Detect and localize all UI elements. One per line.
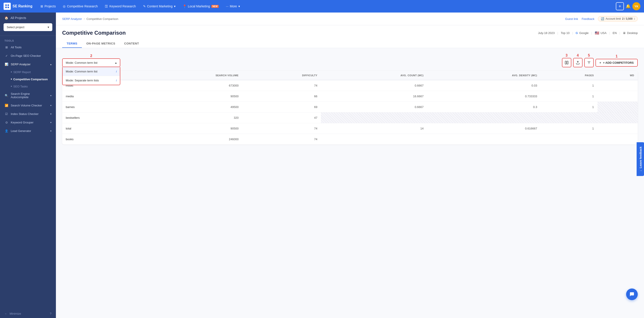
check-icon: ✓ <box>4 54 8 58</box>
account-icon: 🔄 <box>601 17 604 20</box>
sidebar-all-projects[interactable]: 🏠 All Projects <box>0 12 56 23</box>
main-content: SERP Analyzer › Competitive Comparison G… <box>56 12 644 318</box>
export-badge-number: 4 <box>577 54 579 58</box>
breadcrumb-parent[interactable]: SERP Analyzer <box>62 17 82 20</box>
sidebar-divider-1 <box>0 36 56 36</box>
add-button[interactable]: + <box>616 2 624 10</box>
chevron-down-icon-grouper: ▾ <box>50 121 52 124</box>
project-selector[interactable]: Select project ▾ <box>4 23 52 31</box>
meta-language: EN <box>613 31 617 35</box>
filter-button[interactable] <box>584 58 594 67</box>
breadcrumb-current: Competitive Comparison <box>86 17 118 20</box>
col-search-volume: SEARCH VOLUME <box>136 71 242 80</box>
bar-chart-icon: 📊 <box>4 62 8 66</box>
columns-badge-number: 3 <box>566 54 568 58</box>
add-badge-number: 1 <box>616 54 618 58</box>
brand-name: SE Ranking <box>12 4 32 8</box>
leave-feedback-tab[interactable]: ↓ Leave feedback <box>636 142 644 176</box>
chevron-up-icon-mode: ▴ <box>115 61 117 64</box>
sidebar: 🏠 All Projects Select project ▾ TOOLS ⊞ … <box>0 12 56 318</box>
sidebar-subitem-competitive-comparison[interactable]: Competitive Comparison <box>11 76 56 83</box>
table-row: books24600074 <box>62 134 638 145</box>
filter-badge-number: 5 <box>588 54 590 58</box>
new-badge: NEW <box>211 5 219 8</box>
table-row: total9050074140.6166671 <box>62 123 638 134</box>
table-row: media905006616.66670.7333331 <box>62 91 638 102</box>
table-row: bestsellers32047 <box>62 112 638 123</box>
search-icon: 🔍 <box>4 94 8 98</box>
help-icon[interactable]: ? <box>50 312 52 315</box>
account-limit-label: Account limit <box>606 17 621 20</box>
research-icon: ◎ <box>63 4 66 8</box>
home-icon: 🏠 <box>4 16 8 20</box>
add-competitors-button[interactable]: + + ADD COMPETITORS <box>596 59 638 67</box>
minimize-icon: ← <box>4 312 8 315</box>
chat-button[interactable] <box>626 288 638 300</box>
top-navigation: SE Ranking ⊞ Projects ◎ Competitive Rese… <box>0 0 644 12</box>
plus-icon-add: + <box>600 61 601 64</box>
key-icon: ⚿ <box>105 4 108 8</box>
volume-icon: 📶 <box>4 103 8 107</box>
sidebar-subitem-seo-tasks[interactable]: SEO Tasks <box>11 83 56 90</box>
mode-dropdown-button[interactable]: Mode: Common term list ▴ <box>62 58 120 67</box>
sidebar-item-on-page-seo[interactable]: ✓ On-Page SEO Checker <box>0 52 56 60</box>
filter-btn-wrapper: 5 <box>584 54 594 67</box>
chevron-down-icon-lead: ▾ <box>50 130 52 132</box>
svg-rect-3 <box>8 7 9 8</box>
export-button[interactable] <box>573 58 582 67</box>
grid-icon: ⊞ <box>4 45 8 49</box>
tab-terms[interactable]: TERMS <box>62 40 82 48</box>
nav-competitive-research[interactable]: ◎ Competitive Research <box>60 3 100 10</box>
feedback-icon: ↓ <box>639 170 642 172</box>
chevron-down-icon: ▾ <box>174 4 176 8</box>
content-tabs: TERMS ON-PAGE METRICS CONTENT <box>62 40 638 48</box>
sidebar-minimize[interactable]: ← Minimize ? <box>0 309 56 318</box>
desktop-icon: 🖥 <box>623 31 626 35</box>
notifications-bell-icon[interactable]: 🔔 <box>626 4 630 9</box>
avatar[interactable]: YK <box>632 2 640 10</box>
columns-button[interactable] <box>562 58 571 67</box>
sidebar-item-serp-analyzer[interactable]: 📊 SERP Analyzer ▴ <box>0 60 56 68</box>
nav-keyword-research[interactable]: ⚿ Keyword Research <box>102 3 138 10</box>
tab-content[interactable]: CONTENT <box>120 40 143 48</box>
export-btn-wrapper: 4 <box>573 54 582 67</box>
table-header-row: TERM SEARCH VOLUME DIFFICULTY AVG. COUNT… <box>62 71 638 80</box>
toolbar-right-actions: 3 4 5 <box>562 54 638 67</box>
brand-logo[interactable]: SE Ranking <box>4 3 32 10</box>
sidebar-item-all-tools[interactable]: ⊞ All Tools <box>0 43 56 52</box>
mode-badge-number: 2 <box>90 54 92 58</box>
page-title: Competitive Comparison <box>62 30 126 36</box>
sidebar-subitem-serp-report[interactable]: SERP Report <box>11 68 56 76</box>
sidebar-item-lead-generator[interactable]: 👤 Lead Generator ▾ <box>0 126 56 135</box>
nav-projects[interactable]: ⊞ Projects <box>38 3 58 10</box>
data-table: TERM SEARCH VOLUME DIFFICULTY AVG. COUNT… <box>62 71 638 144</box>
sidebar-item-index-status-checker[interactable]: ☑ Index Status Checker ▾ <box>0 110 56 118</box>
meta-device: 🖥 Desktop <box>623 31 638 35</box>
tab-on-page-metrics[interactable]: ON-PAGE METRICS <box>82 40 120 48</box>
nav-content-marketing[interactable]: ✎ Content Marketing ▾ <box>140 3 178 10</box>
pin-icon: 📍 <box>183 4 186 8</box>
mode-dropdown[interactable]: Mode: Common term list ▴ Mode: Common te… <box>62 58 120 67</box>
mode-dropdown-wrapper: 2 Mode: Common term list ▴ Mode: Common … <box>62 54 120 67</box>
feedback-link[interactable]: Feedback <box>582 17 594 20</box>
chevron-up-icon: ▴ <box>50 63 52 66</box>
toolbar-row: 2 Mode: Common term list ▴ Mode: Common … <box>62 54 638 67</box>
chevron-down-icon-index: ▾ <box>50 113 52 115</box>
svg-rect-2 <box>5 7 7 8</box>
sidebar-item-search-volume-checker[interactable]: 📶 Search Volume Checker ▾ <box>0 101 56 110</box>
page-meta: July-18 2023 | Top 10 | G Google | 🇺🇸 US… <box>538 31 638 35</box>
lead-icon: 👤 <box>4 129 8 133</box>
columns-btn-wrapper: 3 <box>562 54 571 67</box>
sidebar-item-search-engine-autocomplete[interactable]: 🔍 Search Engine Autocomplete ▾ <box>0 90 56 101</box>
sidebar-item-keyword-grouper[interactable]: ⊙ Keyword Grouper ▾ <box>0 118 56 126</box>
leave-feedback-label: Leave feedback <box>639 146 642 168</box>
logo-icon <box>4 3 11 10</box>
info-icon-account: ℹ <box>634 18 635 20</box>
nav-more[interactable]: ··· More ▾ <box>223 3 242 10</box>
nav-local-marketing[interactable]: 📍 Local Marketing NEW <box>180 3 222 10</box>
mode-option-common[interactable]: Mode: Common term list i <box>62 67 120 76</box>
chevron-down-icon-volume: ▾ <box>50 104 52 107</box>
guest-link[interactable]: Guest link <box>565 17 578 20</box>
svg-rect-5 <box>567 61 568 64</box>
mode-option-separate[interactable]: Mode: Separate term lists i <box>62 76 120 85</box>
